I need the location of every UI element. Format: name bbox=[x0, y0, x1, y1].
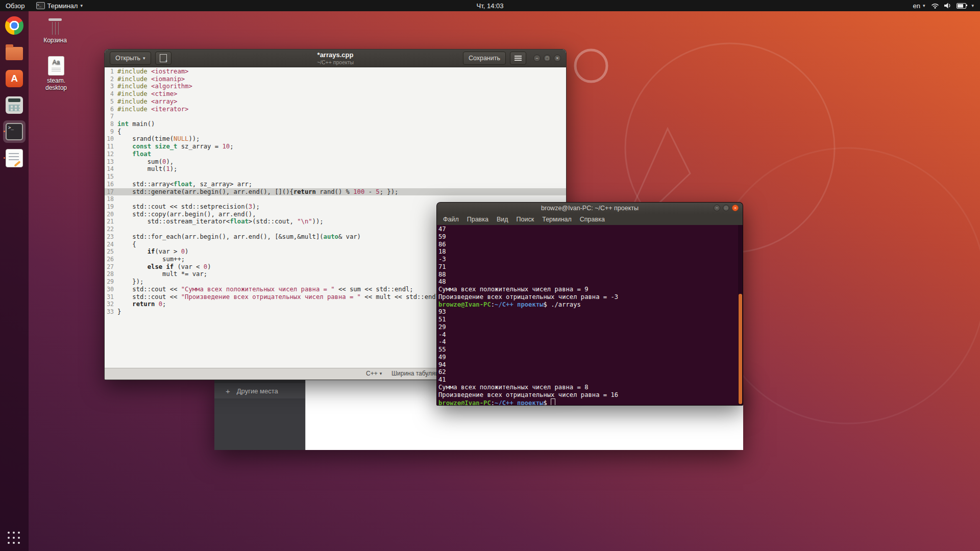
new-document-icon bbox=[160, 54, 167, 62]
volume-icon bbox=[944, 3, 951, 9]
dock-item-chrome[interactable] bbox=[3, 14, 26, 37]
menu-help[interactable]: Справка bbox=[576, 214, 609, 225]
steam-label-line1: steam. bbox=[39, 77, 73, 84]
line-number: 3 bbox=[105, 83, 117, 90]
line-number: 12 bbox=[105, 151, 117, 158]
keyboard-layout-indicator[interactable]: en ▾ bbox=[912, 0, 926, 11]
open-button[interactable]: Открыть ▾ bbox=[110, 52, 151, 65]
app-menu[interactable]: >_ Терминал ▾ bbox=[31, 0, 88, 11]
terminal-line: 18 bbox=[438, 248, 743, 256]
code-line[interactable]: 12 float bbox=[105, 151, 566, 158]
ubuntu-software-icon: A bbox=[6, 70, 23, 87]
trash-desktop-icon[interactable]: Корзина bbox=[38, 17, 72, 44]
code-line[interactable]: 2#include <iomanip> bbox=[105, 76, 566, 83]
code-line[interactable]: 1#include <iostream> bbox=[105, 68, 566, 76]
line-number: 1 bbox=[105, 68, 117, 76]
terminal-icon: >_ bbox=[36, 2, 45, 9]
line-number: 14 bbox=[105, 165, 117, 173]
language-selector[interactable]: C++ ▾ bbox=[366, 370, 382, 377]
line-number: 33 bbox=[105, 308, 117, 316]
text-editor-icon bbox=[6, 149, 23, 167]
line-number: 4 bbox=[105, 90, 117, 98]
line-number: 21 bbox=[105, 218, 117, 226]
trash-label: Корзина bbox=[38, 37, 72, 44]
dock-item-terminal[interactable]: >_ bbox=[3, 120, 26, 143]
line-number: 10 bbox=[105, 135, 117, 143]
other-locations-label: Другие места bbox=[237, 387, 278, 395]
terminal-line: 41 bbox=[438, 376, 743, 384]
new-document-button[interactable] bbox=[155, 52, 172, 65]
maximize-button[interactable]: □ bbox=[723, 205, 729, 211]
steam-label-line2: desktop bbox=[39, 84, 73, 91]
steam-desktop-icon[interactable]: Aa steam. desktop bbox=[39, 56, 73, 91]
code-line[interactable]: 11 const size_t sz_array = 10; bbox=[105, 143, 566, 151]
show-applications-button[interactable] bbox=[8, 532, 21, 545]
line-number: 29 bbox=[105, 278, 117, 286]
code-line[interactable]: 9{ bbox=[105, 128, 566, 136]
minimize-button[interactable]: − bbox=[714, 205, 720, 211]
code-line[interactable]: 5#include <array> bbox=[105, 98, 566, 106]
terminal-line: Произведение всех отрицательных чисел ра… bbox=[438, 293, 743, 301]
terminal-window: browze@Ivan-PC: ~/C++ проекты − □ × Файл… bbox=[436, 202, 743, 406]
menu-edit[interactable]: Правка bbox=[463, 214, 493, 225]
dock-item-text-editor[interactable] bbox=[3, 147, 26, 169]
line-number: 15 bbox=[105, 173, 117, 181]
maximize-button[interactable]: □ bbox=[544, 55, 551, 62]
document-title: *arrays.cpp bbox=[317, 52, 354, 58]
code-line[interactable]: 8int main() bbox=[105, 120, 566, 128]
code-line[interactable]: 3#include <algorithm> bbox=[105, 83, 566, 90]
code-line[interactable]: 7 bbox=[105, 113, 566, 120]
dock-item-ubuntu-software[interactable]: A bbox=[3, 67, 26, 90]
terminal-titlebar[interactable]: browze@Ivan-PC: ~/C++ проекты − □ × bbox=[437, 203, 743, 214]
line-number: 27 bbox=[105, 263, 117, 271]
code-line[interactable]: 4#include <ctime> bbox=[105, 90, 566, 98]
terminal-line: 49 bbox=[438, 354, 743, 361]
code-line[interactable]: 16 std::array<float, sz_array> arr; bbox=[105, 181, 566, 188]
running-indicator bbox=[4, 131, 5, 132]
code-line[interactable]: 10 srand(time(NULL)); bbox=[105, 135, 566, 143]
terminal-line: 62 bbox=[438, 368, 743, 376]
minimize-button[interactable]: − bbox=[533, 55, 541, 62]
terminal-line: browze@Ivan-PC:~/C++ проекты$ ./arrays bbox=[438, 301, 743, 309]
save-button[interactable]: Сохранить bbox=[463, 52, 506, 65]
activities-button[interactable]: Обзор bbox=[0, 0, 31, 11]
menu-search[interactable]: Поиск bbox=[512, 214, 538, 225]
terminal-line: 48 bbox=[438, 278, 743, 286]
line-number: 11 bbox=[105, 143, 117, 151]
system-menu-chevron-icon[interactable]: ▾ bbox=[971, 3, 974, 8]
top-bar: Обзор >_ Терминал ▾ Чт, 14:03 en ▾ bbox=[0, 0, 980, 11]
code-line[interactable]: 15 bbox=[105, 173, 566, 181]
scrollbar-thumb[interactable] bbox=[739, 294, 742, 404]
terminal-line: browze@Ivan-PC:~/C++ проекты$ bbox=[438, 398, 743, 405]
dock-item-files[interactable] bbox=[3, 41, 26, 63]
terminal-output[interactable]: 47598618-3718848Сумма всех положительных… bbox=[437, 225, 743, 405]
code-line[interactable]: 6#include <iterator> bbox=[105, 106, 566, 113]
terminal-line: 88 bbox=[438, 271, 743, 279]
files-icon bbox=[6, 47, 23, 60]
line-number: 18 bbox=[105, 195, 117, 203]
menu-file[interactable]: Файл bbox=[439, 214, 463, 225]
close-button[interactable]: × bbox=[732, 205, 739, 211]
dock-item-calculator[interactable] bbox=[3, 94, 26, 116]
trash-icon bbox=[47, 17, 63, 35]
line-number: 5 bbox=[105, 98, 117, 106]
code-line[interactable]: 17 std::generate(arr.begin(), arr.end(),… bbox=[105, 188, 566, 196]
terminal-line: 93 bbox=[438, 308, 743, 316]
text-file-icon: Aa bbox=[48, 56, 64, 76]
terminal-line: 86 bbox=[438, 241, 743, 248]
menu-button[interactable] bbox=[510, 52, 526, 65]
clock[interactable]: Чт, 14:03 bbox=[471, 0, 509, 11]
menu-view[interactable]: Вид bbox=[493, 214, 512, 225]
plus-icon: + bbox=[226, 387, 230, 395]
code-line[interactable]: 14 mult(1); bbox=[105, 165, 566, 173]
line-number: 20 bbox=[105, 211, 117, 218]
line-number: 25 bbox=[105, 248, 117, 256]
terminal-line: -3 bbox=[438, 256, 743, 263]
sidebar-item-other-locations[interactable]: + Другие места bbox=[214, 383, 305, 398]
menu-terminal[interactable]: Терминал bbox=[538, 214, 576, 225]
code-line[interactable]: 13 sum(0), bbox=[105, 158, 566, 166]
terminal-line: Сумма всех положительных чисел равна = 9 bbox=[438, 286, 743, 293]
terminal-scrollbar[interactable] bbox=[738, 225, 743, 405]
close-button[interactable]: × bbox=[554, 55, 561, 62]
terminal-menubar: Файл Правка Вид Поиск Терминал Справка bbox=[437, 214, 743, 225]
